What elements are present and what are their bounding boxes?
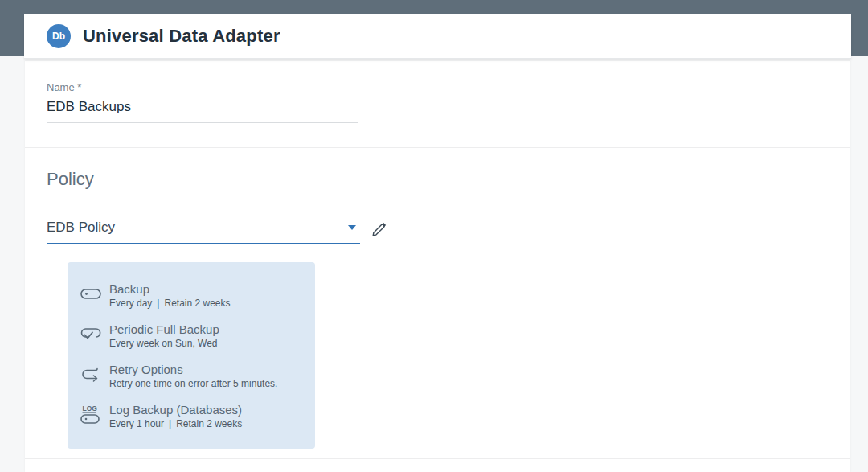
- svg-text:LOG: LOG: [83, 404, 98, 412]
- policy-item-title: Retry Options: [109, 363, 277, 376]
- adapter-header: Db Universal Data Adapter: [24, 14, 851, 59]
- edit-policy-button[interactable]: [371, 221, 387, 238]
- main-panel: Name * EDB Backups Policy EDB Policy: [25, 61, 850, 472]
- policy-item-subtitle: Every week on Sun, Wed: [109, 338, 219, 349]
- policy-summary-card: Backup Every day | Retain 2 weeks Period…: [68, 262, 315, 449]
- list-item: Retry Options Retry one time on error af…: [80, 363, 307, 389]
- list-item: LOG Log Backup (Databases) Every 1 hour …: [80, 403, 307, 429]
- policy-select[interactable]: EDB Policy: [47, 220, 360, 244]
- name-field-label: Name *: [47, 81, 850, 93]
- list-item: Periodic Full Backup Every week on Sun, …: [80, 322, 307, 349]
- policy-item-subtitle: Every day | Retain 2 weeks: [109, 298, 231, 309]
- list-item: Backup Every day | Retain 2 weeks: [80, 282, 307, 309]
- page-title: Universal Data Adapter: [83, 26, 280, 47]
- name-section: Name * EDB Backups: [25, 61, 850, 148]
- name-input[interactable]: EDB Backups: [47, 99, 358, 123]
- policy-item-subtitle: Every 1 hour | Retain 2 weeks: [109, 418, 242, 429]
- periodic-full-backup-icon: [80, 324, 108, 343]
- retry-options-icon: [80, 364, 108, 384]
- policy-selected-value: EDB Policy: [47, 220, 115, 236]
- pencil-icon: [371, 221, 387, 238]
- chevron-down-icon: [348, 225, 356, 230]
- policy-section: Policy EDB Policy: [25, 148, 850, 459]
- db-badge-icon: Db: [47, 24, 71, 48]
- policy-item-title: Log Backup (Databases): [109, 403, 242, 417]
- policy-item-title: Periodic Full Backup: [109, 322, 219, 336]
- log-backup-icon: LOG: [80, 404, 108, 426]
- policy-item-subtitle: Retry one time on error after 5 minutes.: [109, 378, 277, 389]
- policy-section-heading: Policy: [47, 169, 850, 190]
- backup-icon: [80, 284, 108, 303]
- policy-item-title: Backup: [109, 282, 231, 296]
